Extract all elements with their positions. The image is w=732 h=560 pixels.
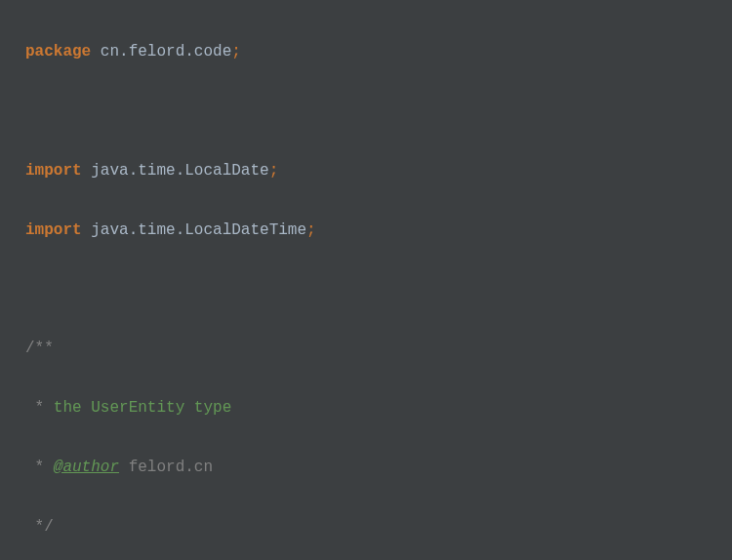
code-line-blank[interactable] xyxy=(4,97,732,126)
keyword-package: package xyxy=(25,43,91,60)
javadoc-line[interactable]: * the UserEntity type xyxy=(4,393,732,422)
javadoc-close: */ xyxy=(25,518,54,536)
javadoc-author-tag: @author xyxy=(54,459,119,476)
keyword-import: import xyxy=(25,162,82,180)
keyword-import: import xyxy=(25,221,82,239)
javadoc-line[interactable]: /** xyxy=(4,334,732,363)
code-line[interactable]: import java.time.LocalDate; xyxy=(4,156,732,185)
javadoc-author-value: felord.cn xyxy=(119,459,213,476)
javadoc-open: /** xyxy=(25,340,54,357)
javadoc-text: the UserEntity type xyxy=(54,399,231,417)
code-editor[interactable]: package cn.felord.code; import java.time… xyxy=(4,8,732,560)
code-line[interactable]: package cn.felord.code; xyxy=(4,37,732,66)
import-name: java.time.LocalDate xyxy=(91,162,268,180)
package-name: cn.felord.code xyxy=(101,43,231,60)
code-line[interactable]: import java.time.LocalDateTime; xyxy=(4,216,732,245)
javadoc-line[interactable]: * @author felord.cn xyxy=(4,453,732,482)
import-name: java.time.LocalDateTime xyxy=(91,221,306,239)
javadoc-line[interactable]: */ xyxy=(4,512,732,541)
code-line-blank[interactable] xyxy=(4,275,732,304)
